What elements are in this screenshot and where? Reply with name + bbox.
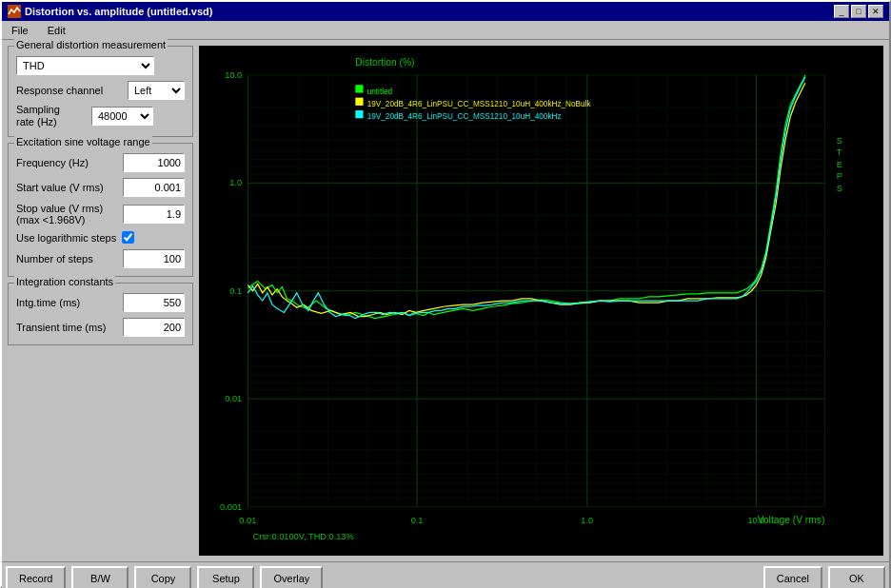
response-select[interactable]: Left Right <box>128 81 185 100</box>
ok-button[interactable]: OK <box>828 566 885 588</box>
minimize-button[interactable]: _ <box>834 5 849 18</box>
svg-text:E: E <box>837 160 842 169</box>
file-menu[interactable]: File <box>6 23 34 38</box>
log-steps-label: Use logarithmic steps <box>16 232 116 244</box>
svg-text:0.1: 0.1 <box>229 286 242 296</box>
svg-text:T: T <box>837 147 842 157</box>
main-window: Distortion vs. amplitude (untitled.vsd) … <box>0 0 891 588</box>
svg-text:Crsr:0.0100V, THD:0.13%: Crsr:0.0100V, THD:0.13% <box>252 532 353 541</box>
svg-text:0.01: 0.01 <box>239 516 256 525</box>
svg-text:P: P <box>837 171 842 181</box>
svg-text:10.0: 10.0 <box>225 70 242 80</box>
svg-rect-75 <box>355 110 363 118</box>
start-label: Start value (V rms) <box>16 182 119 193</box>
log-steps-checkbox[interactable] <box>122 231 134 244</box>
close-button[interactable]: ✕ <box>868 5 883 18</box>
cancel-button[interactable]: Cancel <box>763 566 822 588</box>
num-steps-row: Number of steps <box>16 249 185 268</box>
svg-text:0.01: 0.01 <box>225 394 242 403</box>
left-panel: General distortion measurement THD THD+N… <box>8 46 193 556</box>
svg-text:Distortion (%): Distortion (%) <box>355 57 414 68</box>
sampling-label: Samplingrate (Hz) <box>16 104 88 128</box>
svg-rect-73 <box>355 98 363 106</box>
title-bar-left: Distortion vs. amplitude (untitled.vsd) <box>8 5 212 18</box>
frequency-input[interactable]: 1000 <box>123 153 185 172</box>
start-input[interactable]: 0.001 <box>123 178 185 197</box>
stop-input[interactable] <box>123 205 185 224</box>
frequency-row: Frequency (Hz) 1000 <box>16 153 185 172</box>
intg-row: Intg.time (ms) <box>16 293 185 312</box>
sampling-select[interactable]: 44100 48000 96000 <box>91 107 153 126</box>
svg-text:S: S <box>837 136 842 146</box>
svg-text:19V_20dB_4R6_LinPSU_CC_MSS1210: 19V_20dB_4R6_LinPSU_CC_MSS1210_10uH_400k… <box>367 100 592 108</box>
log-steps-row: Use logarithmic steps <box>16 231 185 244</box>
stop-label: Stop value (V rms)(max <1.968V) <box>16 203 119 225</box>
chart-svg: 10.0 1.0 0.1 0.01 0.001 0.01 0.1 1.0 10.… <box>199 46 883 556</box>
title-buttons: _ □ ✕ <box>834 5 883 18</box>
type-row: THD THD+N SINAD <box>16 56 185 75</box>
main-content: General distortion measurement THD THD+N… <box>2 40 889 561</box>
setup-button[interactable]: Setup <box>197 566 254 588</box>
bw-button[interactable]: B/W <box>71 566 129 588</box>
excitation-group: Excitation sine voltage range Frequency … <box>8 143 193 277</box>
response-row: Response channel Left Right <box>16 81 185 100</box>
svg-text:1.0: 1.0 <box>581 516 593 525</box>
svg-rect-71 <box>355 85 363 92</box>
integration-group-label: Integration constants <box>14 276 115 287</box>
chart-area: 10.0 1.0 0.1 0.01 0.001 0.01 0.1 1.0 10.… <box>199 46 883 556</box>
transient-row: Transient time (ms) <box>16 318 185 337</box>
integration-group: Integration constants Intg.time (ms) Tra… <box>8 283 193 345</box>
title-bar: Distortion vs. amplitude (untitled.vsd) … <box>2 2 889 21</box>
excitation-group-label: Excitation sine voltage range <box>14 136 152 147</box>
bottom-bar: Record B/W Copy Setup Overlay Cancel OK <box>2 561 889 588</box>
response-label: Response channel <box>16 85 124 96</box>
stop-row: Stop value (V rms)(max <1.968V) <box>16 203 185 225</box>
num-steps-label: Number of steps <box>16 253 119 265</box>
svg-text:untitled: untitled <box>367 88 393 96</box>
app-icon <box>8 5 21 18</box>
svg-text:S: S <box>837 184 842 193</box>
svg-text:19V_20dB_4R6_LinPSU_CC_MSS1210: 19V_20dB_4R6_LinPSU_CC_MSS1210_10uH_400k… <box>367 112 562 121</box>
overlay-button[interactable]: Overlay <box>260 566 323 588</box>
edit-menu[interactable]: Edit <box>42 23 71 38</box>
svg-text:0.001: 0.001 <box>220 502 242 512</box>
transient-input[interactable] <box>123 318 185 337</box>
menu-bar: File Edit <box>2 21 889 40</box>
num-steps-input[interactable] <box>123 249 185 268</box>
svg-text:1.0: 1.0 <box>229 178 242 187</box>
type-select[interactable]: THD THD+N SINAD <box>16 56 154 75</box>
record-button[interactable]: Record <box>6 566 66 588</box>
intg-input[interactable] <box>123 293 185 312</box>
general-group: General distortion measurement THD THD+N… <box>8 46 193 137</box>
window-title: Distortion vs. amplitude (untitled.vsd) <box>25 6 212 17</box>
svg-text:0.1: 0.1 <box>411 516 424 525</box>
sampling-row: Samplingrate (Hz) 44100 48000 96000 <box>16 104 185 128</box>
svg-text:Voltage (V rms): Voltage (V rms) <box>758 515 825 525</box>
intg-label: Intg.time (ms) <box>16 297 119 308</box>
general-group-label: General distortion measurement <box>14 39 168 50</box>
frequency-label: Frequency (Hz) <box>16 157 119 168</box>
copy-button[interactable]: Copy <box>134 566 191 588</box>
start-row: Start value (V rms) 0.001 <box>16 178 185 197</box>
transient-label: Transient time (ms) <box>16 322 119 333</box>
maximize-button[interactable]: □ <box>851 5 866 18</box>
